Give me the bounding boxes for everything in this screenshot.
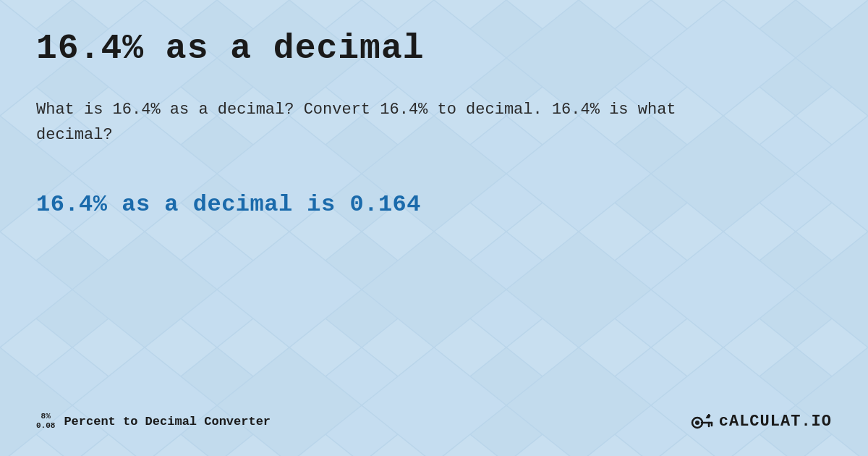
calculat-io-icon <box>690 408 716 434</box>
logo-text: cALCULAT.IO <box>719 413 832 431</box>
icon-bottom-value: 0.08 <box>36 421 55 431</box>
footer-label: Percent to Decimal Converter <box>64 415 271 428</box>
page-title: 16.4% as a decimal <box>36 29 832 68</box>
result-text: 16.4% as a decimal is 0.164 <box>36 191 832 218</box>
svg-point-54 <box>695 421 699 425</box>
main-content: 16.4% as a decimal What is 16.4% as a de… <box>0 0 868 456</box>
footer-left: 8% 0.08 Percent to Decimal Converter <box>36 412 271 431</box>
percent-decimal-icon: 8% 0.08 <box>36 412 55 431</box>
footer: 8% 0.08 Percent to Decimal Converter cAL… <box>36 394 832 434</box>
footer-logo: cALCULAT.IO <box>690 408 832 434</box>
description-text: What is 16.4% as a decimal? Convert 16.4… <box>36 97 687 148</box>
icon-top-value: 8% <box>41 412 51 421</box>
